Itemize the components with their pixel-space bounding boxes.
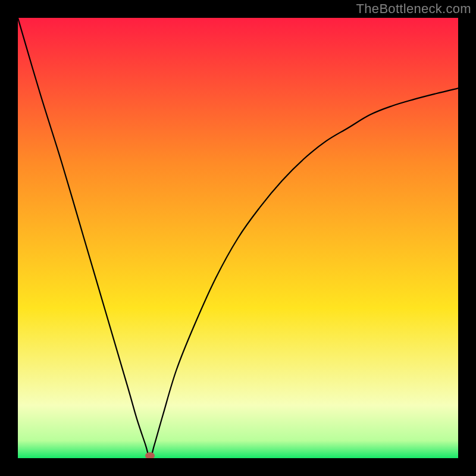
plot-area — [18, 18, 458, 458]
watermark-text: TheBottleneck.com — [356, 1, 471, 17]
bottleneck-chart — [18, 18, 458, 458]
chart-frame: TheBottleneck.com — [0, 0, 476, 476]
